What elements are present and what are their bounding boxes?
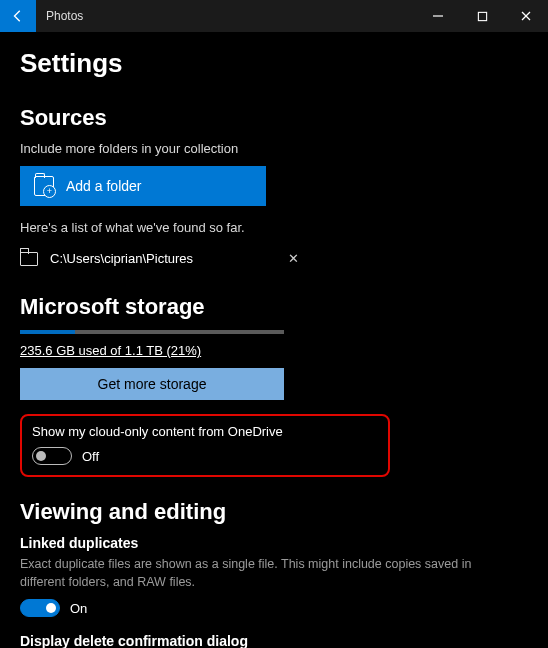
remove-folder-button[interactable]: ✕ bbox=[288, 251, 299, 266]
sources-found-text: Here's a list of what we've found so far… bbox=[20, 220, 528, 235]
maximize-button[interactable] bbox=[460, 0, 504, 32]
minimize-button[interactable] bbox=[416, 0, 460, 32]
linked-duplicates-heading: Linked duplicates bbox=[20, 535, 528, 551]
page-title: Settings bbox=[20, 48, 528, 79]
close-icon bbox=[520, 10, 532, 22]
storage-used-link[interactable]: 235.6 GB used of 1.1 TB (21%) bbox=[20, 343, 201, 358]
storage-bar bbox=[20, 330, 284, 334]
close-button[interactable] bbox=[504, 0, 548, 32]
get-more-storage-button[interactable]: Get more storage bbox=[20, 368, 284, 400]
folder-path: C:\Users\ciprian\Pictures bbox=[50, 251, 250, 266]
cloud-only-toggle-row: Off bbox=[32, 447, 376, 465]
linked-duplicates-toggle-row: On bbox=[20, 599, 528, 617]
delete-confirmation-setting: Display delete confirmation dialog Show … bbox=[20, 633, 528, 648]
arrow-left-icon bbox=[11, 9, 25, 23]
linked-duplicates-toggle[interactable] bbox=[20, 599, 60, 617]
cloud-only-setting-highlight: Show my cloud-only content from OneDrive… bbox=[20, 414, 390, 477]
storage-heading: Microsoft storage bbox=[20, 294, 528, 320]
settings-content: Settings Sources Include more folders in… bbox=[0, 32, 548, 648]
viewing-heading: Viewing and editing bbox=[20, 499, 528, 525]
cloud-only-state: Off bbox=[82, 449, 99, 464]
delete-confirmation-heading: Display delete confirmation dialog bbox=[20, 633, 528, 648]
add-folder-label: Add a folder bbox=[66, 178, 142, 194]
minimize-icon bbox=[432, 10, 444, 22]
linked-duplicates-desc: Exact duplicate files are shown as a sin… bbox=[20, 555, 500, 591]
cloud-only-toggle[interactable] bbox=[32, 447, 72, 465]
linked-duplicates-state: On bbox=[70, 601, 87, 616]
folder-add-icon bbox=[34, 176, 54, 196]
svg-rect-1 bbox=[478, 12, 486, 20]
linked-duplicates-setting: Linked duplicates Exact duplicate files … bbox=[20, 535, 528, 617]
maximize-icon bbox=[477, 11, 488, 22]
sources-include-text: Include more folders in your collection bbox=[20, 141, 528, 156]
storage-bar-fill bbox=[20, 330, 75, 334]
app-title: Photos bbox=[36, 0, 83, 32]
folder-row: C:\Users\ciprian\Pictures ✕ bbox=[20, 245, 528, 272]
sources-heading: Sources bbox=[20, 105, 528, 131]
add-folder-button[interactable]: Add a folder bbox=[20, 166, 266, 206]
folder-icon bbox=[20, 252, 38, 266]
back-button[interactable] bbox=[0, 0, 36, 32]
cloud-only-label: Show my cloud-only content from OneDrive bbox=[32, 424, 376, 439]
titlebar: Photos bbox=[0, 0, 548, 32]
